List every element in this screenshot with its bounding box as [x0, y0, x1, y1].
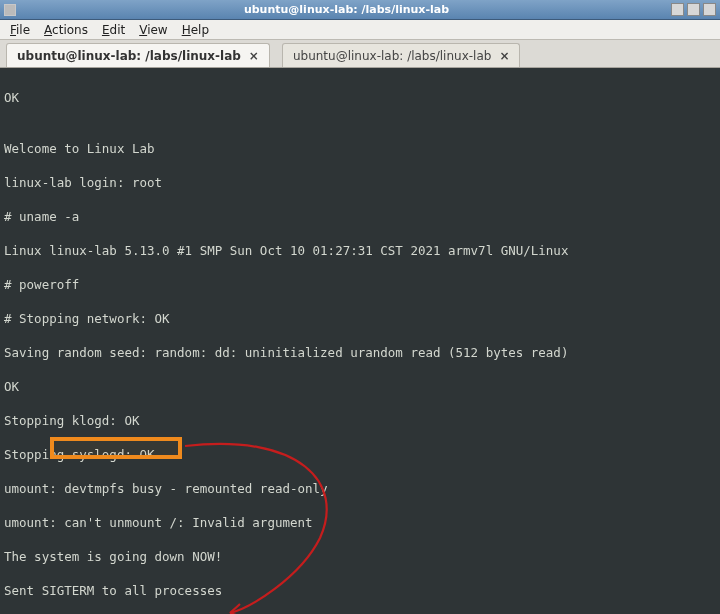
terminal-line: umount: devtmpfs busy - remounted read-o… [4, 480, 714, 497]
window-control-icons [671, 3, 716, 16]
minimize-icon[interactable] [671, 3, 684, 16]
terminal-line: linux-lab login: root [4, 174, 714, 191]
terminal-line: # uname -a [4, 208, 714, 225]
menu-view[interactable]: View [133, 22, 173, 38]
menu-help[interactable]: Help [176, 22, 215, 38]
terminal-line: Stopping syslogd: OK [4, 446, 714, 463]
terminal-line: Welcome to Linux Lab [4, 140, 714, 157]
close-tab-icon[interactable]: × [499, 49, 509, 63]
tab-label: ubuntu@linux-lab: /labs/linux-lab [17, 49, 241, 63]
tabbar: ubuntu@linux-lab: /labs/linux-lab × ubun… [0, 40, 720, 68]
terminal-line: Saving random seed: random: dd: uninitia… [4, 344, 714, 361]
tab-active[interactable]: ubuntu@linux-lab: /labs/linux-lab × [6, 43, 270, 67]
terminal-line: OK [4, 378, 714, 395]
terminal-pane[interactable]: OK Welcome to Linux Lab linux-lab login:… [0, 68, 720, 614]
tab-inactive[interactable]: ubuntu@linux-lab: /labs/linux-lab × [282, 43, 521, 67]
close-tab-icon[interactable]: × [249, 49, 259, 63]
terminal-line: Stopping klogd: OK [4, 412, 714, 429]
terminal-line: Linux linux-lab 5.13.0 #1 SMP Sun Oct 10… [4, 242, 714, 259]
terminal-line: Sent SIGTERM to all processes [4, 582, 714, 599]
close-window-icon[interactable] [703, 3, 716, 16]
terminal-line: # Stopping network: OK [4, 310, 714, 327]
window-titlebar: ubuntu@linux-lab: /labs/linux-lab [0, 0, 720, 20]
terminal-line: umount: can't unmount /: Invalid argumen… [4, 514, 714, 531]
terminal-line: OK [4, 89, 714, 106]
menu-edit[interactable]: Edit [96, 22, 131, 38]
window-title: ubuntu@linux-lab: /labs/linux-lab [22, 3, 671, 16]
tab-label: ubuntu@linux-lab: /labs/linux-lab [293, 49, 491, 63]
window-menu-icon[interactable] [4, 4, 16, 16]
terminal-line: # poweroff [4, 276, 714, 293]
maximize-icon[interactable] [687, 3, 700, 16]
window-left-icons [4, 4, 16, 16]
terminal-line: The system is going down NOW! [4, 548, 714, 565]
menu-actions[interactable]: Actions [38, 22, 94, 38]
menubar: File Actions Edit View Help [0, 20, 720, 40]
menu-file[interactable]: File [4, 22, 36, 38]
